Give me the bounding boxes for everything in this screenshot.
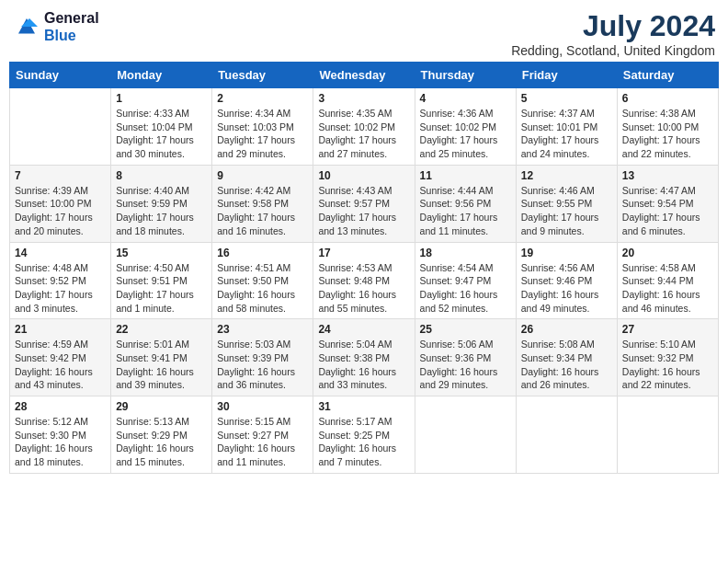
cell-day-number: 4 <box>420 92 511 105</box>
calendar-cell: 26 Sunrise: 5:08 AMSunset: 9:34 PMDaylig… <box>516 319 617 396</box>
cell-day-number: 14 <box>15 247 106 259</box>
cell-info: Sunrise: 4:51 AMSunset: 9:50 PMDaylight:… <box>217 261 308 316</box>
calendar-cell: 20 Sunrise: 4:58 AMSunset: 9:44 PMDaylig… <box>617 242 718 319</box>
calendar-cell: 15 Sunrise: 4:50 AMSunset: 9:51 PMDaylig… <box>111 242 212 319</box>
calendar-cell: 22 Sunrise: 5:01 AMSunset: 9:41 PMDaylig… <box>111 319 212 396</box>
calendar-cell: 27 Sunrise: 5:10 AMSunset: 9:32 PMDaylig… <box>617 319 718 396</box>
calendar-cell: 3 Sunrise: 4:35 AMSunset: 10:02 PMDaylig… <box>313 88 415 166</box>
calendar-cell: 11 Sunrise: 4:44 AMSunset: 9:56 PMDaylig… <box>415 165 516 242</box>
location: Redding, Scotland, United Kingdom <box>511 43 715 58</box>
calendar-cell: 24 Sunrise: 5:04 AMSunset: 9:38 PMDaylig… <box>313 319 415 396</box>
cell-day-number: 1 <box>116 92 207 105</box>
cell-day-number: 25 <box>420 323 511 336</box>
calendar-cell: 10 Sunrise: 4:43 AMSunset: 9:57 PMDaylig… <box>313 165 415 242</box>
weekday-header-cell: Tuesday <box>212 63 313 88</box>
page-header: General Blue July 2024 Redding, Scotland… <box>9 9 719 58</box>
logo: General Blue <box>13 9 99 44</box>
cell-day-number: 24 <box>318 323 409 336</box>
calendar-cell: 25 Sunrise: 5:06 AMSunset: 9:36 PMDaylig… <box>415 319 516 396</box>
weekday-header-cell: Sunday <box>10 63 111 88</box>
cell-info: Sunrise: 4:42 AMSunset: 9:58 PMDaylight:… <box>217 184 308 238</box>
calendar-cell: 31 Sunrise: 5:17 AMSunset: 9:25 PMDaylig… <box>313 396 415 474</box>
cell-day-number: 16 <box>217 247 308 259</box>
cell-info: Sunrise: 4:50 AMSunset: 9:51 PMDaylight:… <box>116 261 207 316</box>
calendar-week-row: 14 Sunrise: 4:48 AMSunset: 9:52 PMDaylig… <box>10 242 719 319</box>
cell-day-number: 31 <box>318 400 409 413</box>
cell-info: Sunrise: 4:40 AMSunset: 9:59 PMDaylight:… <box>116 184 207 238</box>
cell-day-number: 17 <box>318 247 409 259</box>
cell-day-number: 6 <box>622 92 713 105</box>
cell-day-number: 26 <box>521 323 612 336</box>
calendar-cell: 13 Sunrise: 4:47 AMSunset: 9:54 PMDaylig… <box>617 165 718 242</box>
cell-info: Sunrise: 4:56 AMSunset: 9:46 PMDaylight:… <box>521 261 612 316</box>
weekday-header-row: SundayMondayTuesdayWednesdayThursdayFrid… <box>10 63 719 88</box>
cell-info: Sunrise: 4:43 AMSunset: 9:57 PMDaylight:… <box>318 184 409 238</box>
calendar-cell: 23 Sunrise: 5:03 AMSunset: 9:39 PMDaylig… <box>212 319 313 396</box>
cell-info: Sunrise: 4:54 AMSunset: 9:47 PMDaylight:… <box>420 261 511 316</box>
calendar-cell <box>516 396 617 474</box>
weekday-header-cell: Monday <box>111 63 212 88</box>
cell-info: Sunrise: 4:46 AMSunset: 9:55 PMDaylight:… <box>521 184 612 238</box>
calendar-cell: 8 Sunrise: 4:40 AMSunset: 9:59 PMDayligh… <box>111 165 212 242</box>
cell-info: Sunrise: 5:01 AMSunset: 9:41 PMDaylight:… <box>116 338 207 392</box>
calendar-week-row: 28 Sunrise: 5:12 AMSunset: 9:30 PMDaylig… <box>10 396 719 474</box>
calendar-table: SundayMondayTuesdayWednesdayThursdayFrid… <box>9 62 719 474</box>
cell-info: Sunrise: 4:33 AMSunset: 10:04 PMDaylight… <box>116 107 207 161</box>
cell-info: Sunrise: 5:10 AMSunset: 9:32 PMDaylight:… <box>622 338 713 392</box>
cell-info: Sunrise: 4:53 AMSunset: 9:48 PMDaylight:… <box>318 261 409 316</box>
cell-day-number: 3 <box>318 92 409 105</box>
logo-text: General Blue <box>44 9 99 44</box>
calendar-cell <box>10 88 111 166</box>
cell-day-number: 2 <box>217 92 308 105</box>
cell-day-number: 10 <box>318 169 409 182</box>
weekday-header-cell: Friday <box>516 63 617 88</box>
calendar-body: 1 Sunrise: 4:33 AMSunset: 10:04 PMDaylig… <box>10 88 719 474</box>
cell-day-number: 27 <box>622 323 713 336</box>
calendar-cell: 12 Sunrise: 4:46 AMSunset: 9:55 PMDaylig… <box>516 165 617 242</box>
cell-info: Sunrise: 5:03 AMSunset: 9:39 PMDaylight:… <box>217 338 308 392</box>
calendar-cell <box>415 396 516 474</box>
calendar-cell: 17 Sunrise: 4:53 AMSunset: 9:48 PMDaylig… <box>313 242 415 319</box>
cell-info: Sunrise: 4:38 AMSunset: 10:00 PMDaylight… <box>622 107 713 161</box>
calendar-cell: 21 Sunrise: 4:59 AMSunset: 9:42 PMDaylig… <box>10 319 111 396</box>
cell-info: Sunrise: 4:58 AMSunset: 9:44 PMDaylight:… <box>622 261 713 316</box>
calendar-cell: 14 Sunrise: 4:48 AMSunset: 9:52 PMDaylig… <box>10 242 111 319</box>
cell-info: Sunrise: 5:15 AMSunset: 9:27 PMDaylight:… <box>217 415 308 469</box>
weekday-header-cell: Thursday <box>415 63 516 88</box>
title-block: July 2024 Redding, Scotland, United King… <box>511 9 715 58</box>
calendar-cell: 16 Sunrise: 4:51 AMSunset: 9:50 PMDaylig… <box>212 242 313 319</box>
cell-day-number: 18 <box>420 247 511 259</box>
calendar-cell: 4 Sunrise: 4:36 AMSunset: 10:02 PMDaylig… <box>415 88 516 166</box>
cell-info: Sunrise: 4:39 AMSunset: 10:00 PMDaylight… <box>15 184 106 238</box>
cell-day-number: 19 <box>521 247 612 259</box>
calendar-cell: 28 Sunrise: 5:12 AMSunset: 9:30 PMDaylig… <box>10 396 111 474</box>
calendar-week-row: 21 Sunrise: 4:59 AMSunset: 9:42 PMDaylig… <box>10 319 719 396</box>
calendar-week-row: 1 Sunrise: 4:33 AMSunset: 10:04 PMDaylig… <box>10 88 719 166</box>
cell-day-number: 15 <box>116 247 207 259</box>
cell-info: Sunrise: 5:17 AMSunset: 9:25 PMDaylight:… <box>318 415 409 469</box>
cell-day-number: 28 <box>15 400 106 413</box>
cell-info: Sunrise: 4:59 AMSunset: 9:42 PMDaylight:… <box>15 338 106 392</box>
cell-day-number: 9 <box>217 169 308 182</box>
logo-icon <box>13 13 40 40</box>
cell-day-number: 30 <box>217 400 308 413</box>
cell-info: Sunrise: 5:06 AMSunset: 9:36 PMDaylight:… <box>420 338 511 392</box>
weekday-header-cell: Wednesday <box>313 63 415 88</box>
calendar-cell <box>617 396 718 474</box>
cell-day-number: 11 <box>420 169 511 182</box>
calendar-week-row: 7 Sunrise: 4:39 AMSunset: 10:00 PMDaylig… <box>10 165 719 242</box>
cell-info: Sunrise: 4:48 AMSunset: 9:52 PMDaylight:… <box>15 261 106 316</box>
cell-info: Sunrise: 5:12 AMSunset: 9:30 PMDaylight:… <box>15 415 106 469</box>
weekday-header-cell: Saturday <box>617 63 718 88</box>
cell-day-number: 23 <box>217 323 308 336</box>
cell-day-number: 12 <box>521 169 612 182</box>
cell-info: Sunrise: 4:34 AMSunset: 10:03 PMDaylight… <box>217 107 308 161</box>
calendar-cell: 2 Sunrise: 4:34 AMSunset: 10:03 PMDaylig… <box>212 88 313 166</box>
calendar-cell: 9 Sunrise: 4:42 AMSunset: 9:58 PMDayligh… <box>212 165 313 242</box>
calendar-cell: 29 Sunrise: 5:13 AMSunset: 9:29 PMDaylig… <box>111 396 212 474</box>
calendar-cell: 1 Sunrise: 4:33 AMSunset: 10:04 PMDaylig… <box>111 88 212 166</box>
cell-info: Sunrise: 5:08 AMSunset: 9:34 PMDaylight:… <box>521 338 612 392</box>
calendar-cell: 30 Sunrise: 5:15 AMSunset: 9:27 PMDaylig… <box>212 396 313 474</box>
cell-info: Sunrise: 4:37 AMSunset: 10:01 PMDaylight… <box>521 107 612 161</box>
logo-general: General <box>44 10 99 26</box>
